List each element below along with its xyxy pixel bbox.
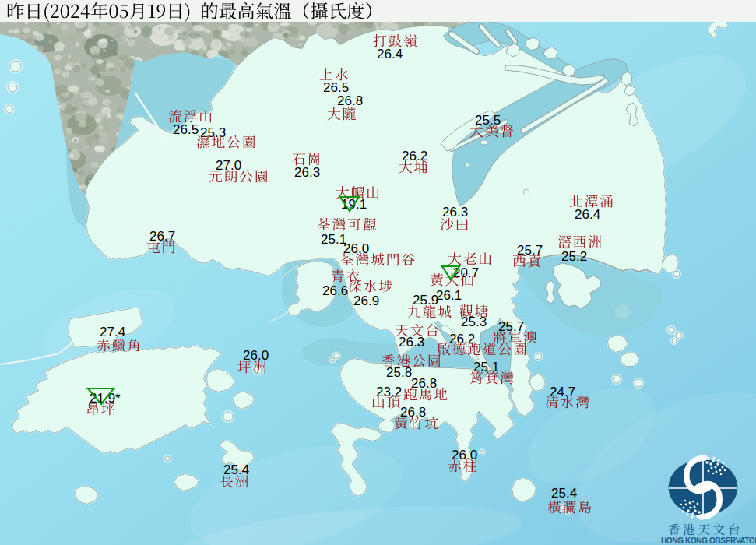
svg-text:25.7: 25.7	[517, 243, 543, 258]
svg-text:27.4: 27.4	[100, 325, 125, 339]
svg-text:26.3: 26.3	[442, 205, 468, 220]
svg-text:23.2: 23.2	[376, 385, 402, 399]
svg-text:25.5: 25.5	[475, 113, 501, 128]
svg-text:27.0: 27.0	[216, 158, 241, 173]
svg-text:26.0: 26.0	[343, 241, 369, 256]
svg-text:26.1: 26.1	[436, 288, 462, 303]
svg-text:26.0: 26.0	[243, 348, 269, 363]
svg-text:24.7: 24.7	[550, 385, 575, 399]
svg-text:26.3: 26.3	[294, 165, 320, 180]
svg-text:26.4: 26.4	[575, 207, 600, 222]
svg-text:26.8: 26.8	[411, 376, 437, 391]
svg-text:26.0: 26.0	[452, 448, 477, 462]
svg-text:26.5: 26.5	[173, 122, 199, 137]
svg-text:26.8: 26.8	[400, 405, 426, 420]
svg-text:26.8: 26.8	[337, 93, 363, 108]
svg-text:HONG KONG OBSERVATORY: HONG KONG OBSERVATORY	[661, 536, 756, 545]
svg-text:25.8: 25.8	[386, 365, 412, 380]
svg-text:26.9: 26.9	[353, 294, 379, 308]
svg-text:25.9: 25.9	[413, 293, 438, 308]
svg-text:25.4: 25.4	[223, 462, 249, 477]
svg-text:26.2: 26.2	[402, 149, 427, 164]
svg-text:25.2: 25.2	[561, 249, 587, 264]
svg-text:26.4: 26.4	[377, 47, 403, 62]
svg-text:26.7: 26.7	[149, 229, 175, 244]
svg-text:25.4: 25.4	[551, 486, 577, 501]
svg-text:25.1: 25.1	[473, 360, 499, 374]
svg-text:26.3: 26.3	[399, 335, 424, 350]
svg-text:26.2: 26.2	[449, 332, 475, 346]
svg-text:25.3: 25.3	[461, 315, 487, 329]
svg-text:26.6: 26.6	[322, 283, 348, 298]
svg-text:25.7: 25.7	[498, 319, 524, 334]
